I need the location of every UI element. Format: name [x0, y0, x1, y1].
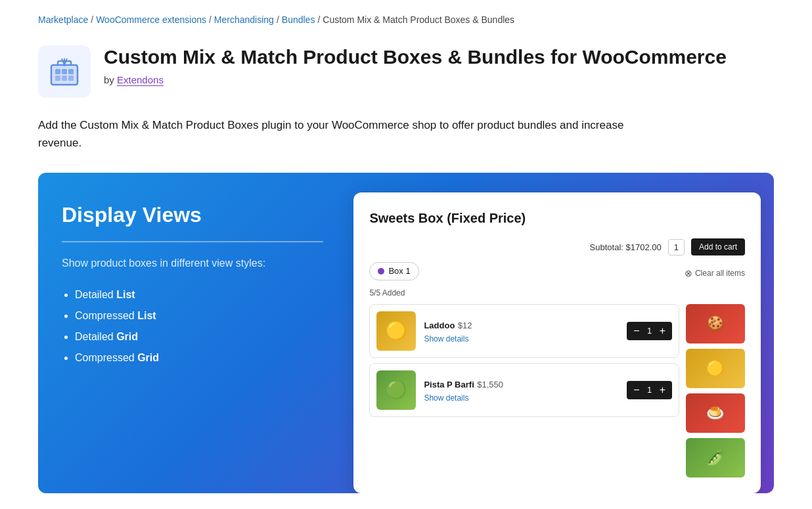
product-price-pista: $1,550 [477, 380, 503, 389]
products-area: 🟡 Laddoo $12 Show details − 1 + [369, 304, 745, 477]
svg-rect-7 [68, 76, 74, 81]
product-description: Add the Custom Mix & Match Product Boxes… [38, 116, 629, 152]
banner-left: Display Views Show product boxes in diff… [38, 173, 347, 493]
product-icon [38, 45, 91, 98]
side-thumbnails: 🍪 🟡 🍮 🫛 [686, 304, 745, 477]
banner-heading: Display Views [62, 199, 323, 231]
list-item-2: Compressed List [75, 305, 323, 326]
product-name-pista: Pista P Barfi [424, 380, 474, 389]
breadcrumb-woocommerce-extensions[interactable]: WooCommerce extensions [96, 13, 206, 27]
breadcrumb-bundles[interactable]: Bundles [282, 13, 315, 27]
qty-controls-laddoo[interactable]: − 1 + [627, 322, 672, 340]
breadcrumb-marketplace[interactable]: Marketplace [38, 13, 88, 27]
breadcrumb-current: Custom Mix & Match Product Boxes & Bundl… [323, 13, 514, 27]
qty-value-laddoo: 1 [645, 324, 654, 338]
banner-right: Sweets Box (Fixed Price) Subtotal: $1702… [347, 173, 774, 493]
product-title: Custom Mix & Match Product Boxes & Bundl… [104, 45, 727, 69]
product-price-laddoo: $12 [458, 321, 472, 330]
product-img-pista: 🟢 [376, 370, 416, 410]
product-info-pista: Pista P Barfi $1,550 Show details [424, 376, 619, 404]
product-img-laddoo: 🟡 [376, 311, 416, 351]
qty-increase-laddoo[interactable]: + [658, 326, 667, 336]
breadcrumb: Marketplace / WooCommerce extensions / M… [38, 13, 774, 27]
svg-rect-6 [62, 76, 67, 81]
side-thumb-4: 🫛 [686, 438, 745, 477]
product-header: Custom Mix & Match Product Boxes & Bundl… [38, 45, 774, 98]
svg-rect-5 [55, 76, 60, 81]
qty-increase-pista[interactable]: + [658, 385, 667, 395]
svg-rect-4 [68, 69, 74, 74]
card-top-bar: Subtotal: $1702.00 1 Add to cart [369, 238, 745, 255]
clear-all-button[interactable]: ⊗ Clear all items [685, 267, 745, 280]
product-row-laddoo: 🟡 Laddoo $12 Show details − 1 + [369, 304, 679, 358]
qty-decrease-laddoo[interactable]: − [632, 326, 641, 336]
product-info-laddoo: Laddoo $12 Show details [424, 317, 619, 345]
page-wrapper: Marketplace / WooCommerce extensions / M… [18, 0, 794, 509]
box-badge: Box 1 [369, 262, 418, 280]
breadcrumb-merchandising[interactable]: Merchandising [214, 13, 274, 27]
svg-rect-3 [62, 69, 67, 74]
breadcrumb-sep-2: / [209, 13, 212, 27]
qty-controls-pista[interactable]: − 1 + [627, 381, 672, 399]
svg-rect-2 [55, 69, 60, 74]
badge-dot [378, 268, 384, 275]
list-item-1: Detailed List [75, 284, 323, 305]
banner-list: Detailed List Compressed List Detailed G… [62, 284, 323, 368]
qty-decrease-pista[interactable]: − [632, 385, 641, 395]
show-details-pista[interactable]: Show details [424, 392, 619, 404]
svg-rect-0 [51, 65, 78, 85]
product-row-pista: 🟢 Pista P Barfi $1,550 Show details − 1 … [369, 363, 679, 417]
qty-value-pista: 1 [645, 384, 654, 397]
side-thumb-2: 🟡 [686, 349, 745, 388]
add-to-cart-button[interactable]: Add to cart [691, 238, 745, 255]
feature-banner: Display Views Show product boxes in diff… [38, 173, 774, 493]
product-card-mockup: Sweets Box (Fixed Price) Subtotal: $1702… [353, 192, 761, 493]
author-link[interactable]: Extendons [117, 74, 164, 86]
products-list: 🟡 Laddoo $12 Show details − 1 + [369, 304, 679, 477]
side-thumb-3: 🍮 [686, 393, 745, 433]
list-item-4: Compressed Grid [75, 347, 323, 368]
product-name-laddoo: Laddoo [424, 321, 455, 330]
box-label: Box 1 [388, 265, 410, 278]
breadcrumb-sep-3: / [277, 13, 279, 27]
banner-divider [62, 241, 323, 242]
product-icon-svg [49, 56, 80, 87]
breadcrumb-sep-1: / [91, 13, 93, 27]
product-title-block: Custom Mix & Match Product Boxes & Bundl… [104, 45, 727, 88]
show-details-laddoo[interactable]: Show details [424, 333, 619, 345]
added-label: 5/5 Added [369, 287, 745, 299]
side-thumb-1: 🍪 [686, 304, 745, 343]
banner-subtitle: Show product boxes in different view sty… [62, 255, 323, 271]
qty-box[interactable]: 1 [668, 239, 685, 256]
breadcrumb-sep-4: / [317, 13, 320, 27]
card-title: Sweets Box (Fixed Price) [369, 208, 745, 228]
list-item-3: Detailed Grid [75, 326, 323, 347]
product-author: by Extendons [104, 73, 727, 88]
subtotal-text: Subtotal: $1702.00 [590, 241, 662, 254]
